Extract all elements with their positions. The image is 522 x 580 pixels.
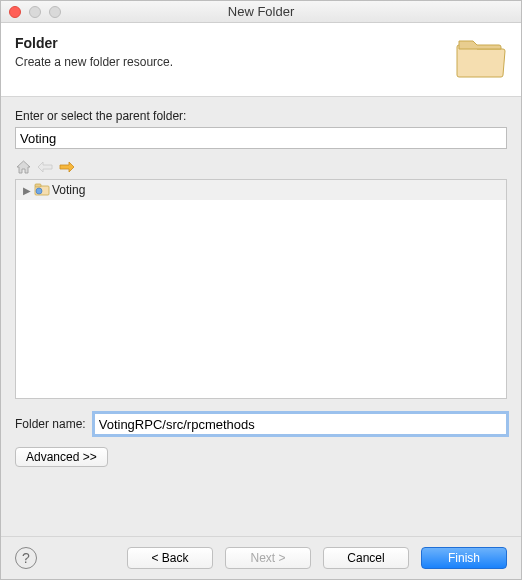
banner-description: Create a new folder resource. [15, 55, 173, 69]
wizard-banner: Folder Create a new folder resource. [1, 23, 521, 97]
back-arrow-icon[interactable] [37, 159, 53, 175]
advanced-button[interactable]: Advanced >> [15, 447, 108, 467]
folder-name-label: Folder name: [15, 417, 86, 431]
wizard-content: Enter or select the parent folder: ▶ [1, 97, 521, 536]
cancel-button[interactable]: Cancel [323, 547, 409, 569]
home-icon[interactable] [15, 159, 31, 175]
next-button: Next > [225, 547, 311, 569]
parent-folder-label: Enter or select the parent folder: [15, 109, 507, 123]
new-folder-dialog: New Folder Folder Create a new folder re… [0, 0, 522, 580]
window-title: New Folder [1, 4, 521, 19]
disclosure-triangle-icon[interactable]: ▶ [22, 185, 32, 196]
folder-tree[interactable]: ▶ Voting [15, 179, 507, 399]
tree-row[interactable]: ▶ Voting [16, 180, 506, 200]
forward-arrow-icon[interactable] [59, 159, 75, 175]
help-icon[interactable]: ? [15, 547, 37, 569]
project-icon [34, 182, 50, 199]
titlebar: New Folder [1, 1, 521, 23]
tree-item-label: Voting [52, 183, 85, 197]
wizard-footer: ? < Back Next > Cancel Finish [1, 536, 521, 579]
svg-point-2 [36, 188, 42, 194]
parent-folder-input[interactable] [15, 127, 507, 149]
folder-nav-toolbar [15, 157, 507, 177]
folder-name-input[interactable] [94, 413, 507, 435]
folder-icon [455, 35, 507, 82]
banner-title: Folder [15, 35, 173, 51]
svg-rect-1 [35, 184, 41, 187]
finish-button[interactable]: Finish [421, 547, 507, 569]
back-button[interactable]: < Back [127, 547, 213, 569]
